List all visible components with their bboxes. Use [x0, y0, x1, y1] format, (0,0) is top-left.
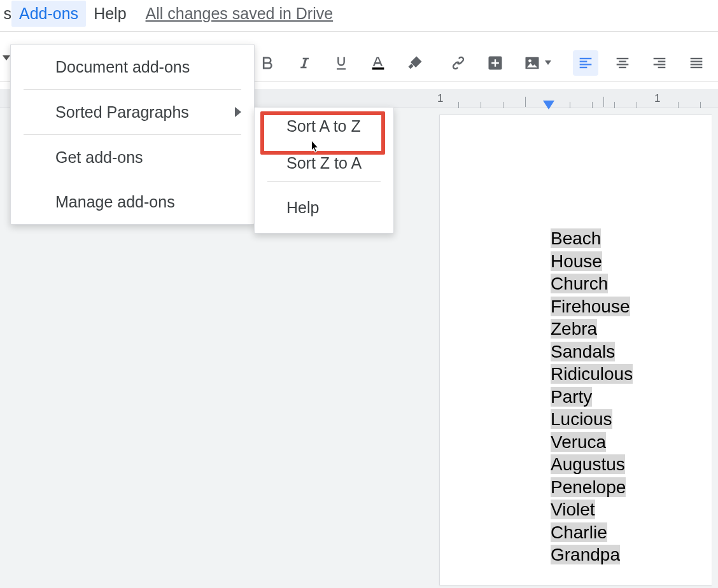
ruler-tick-number: 1: [654, 92, 660, 105]
menu-sorted-paragraphs[interactable]: Sorted Paragraphs: [11, 90, 254, 134]
menu-item-label: Document add-ons: [55, 58, 190, 76]
svg-rect-15: [658, 66, 666, 67]
ruler-tick: [570, 102, 570, 108]
align-center-button[interactable]: [610, 50, 635, 76]
svg-rect-9: [619, 60, 626, 62]
save-status[interactable]: All changes saved in Drive: [146, 4, 334, 23]
ruler-tick: [592, 102, 593, 108]
highlight-button[interactable]: [402, 50, 428, 76]
menu-item-label: Get add-ons: [55, 148, 143, 167]
ruler-tick: [503, 102, 503, 108]
underline-button[interactable]: [328, 50, 354, 76]
selected-word[interactable]: Grandpa: [551, 545, 620, 564]
selected-word[interactable]: Charlie: [551, 522, 607, 542]
menubar: s Add-ons Help All changes saved in Driv…: [0, 0, 718, 27]
menu-get-addons[interactable]: Get add-ons: [11, 135, 254, 179]
selected-word[interactable]: Lucious: [551, 409, 612, 429]
svg-rect-6: [580, 64, 592, 65]
add-comment-button[interactable]: [482, 50, 508, 76]
ruler-tick: [678, 102, 679, 108]
selected-word[interactable]: House: [551, 251, 602, 271]
menubar-divider: [0, 31, 718, 32]
addons-dropdown: Document add-ons Sorted Paragraphs Get a…: [10, 44, 255, 225]
italic-button[interactable]: [292, 50, 317, 76]
sorted-paragraphs-submenu: Sort A to Z Sort Z to A Help: [254, 107, 394, 234]
align-right-button[interactable]: [647, 50, 672, 76]
menu-item-label: Sorted Paragraphs: [55, 103, 189, 122]
svg-rect-10: [617, 64, 629, 65]
selected-word[interactable]: Veruca: [551, 432, 606, 452]
svg-rect-7: [580, 66, 588, 67]
selected-word[interactable]: Beach: [551, 228, 601, 248]
insert-image-button[interactable]: [519, 50, 555, 76]
align-justify-button[interactable]: [684, 50, 709, 76]
text-color-button[interactable]: [365, 50, 391, 76]
ruler-tick: [603, 97, 604, 107]
indent-marker-icon[interactable]: [543, 101, 554, 109]
svg-point-3: [528, 59, 531, 62]
submenu-sort-az[interactable]: Sort A to Z: [255, 108, 393, 144]
menu-item-label: Manage add-ons: [55, 193, 175, 211]
selected-word[interactable]: Zebra: [551, 319, 597, 339]
selected-word[interactable]: Sandals: [551, 342, 615, 361]
align-left-button[interactable]: [573, 50, 598, 76]
ruler-tick: [700, 102, 701, 108]
menu-manage-addons[interactable]: Manage add-ons: [11, 179, 254, 224]
svg-rect-19: [691, 66, 703, 67]
ruler-tick: [458, 102, 459, 108]
ruler-tick: [481, 102, 481, 108]
ruler-tick-number: 1: [437, 92, 443, 105]
ruler-tick: [637, 102, 637, 108]
svg-rect-16: [691, 57, 703, 59]
svg-rect-14: [654, 64, 666, 65]
menu-document-addons[interactable]: Document add-ons: [11, 45, 254, 89]
selected-word[interactable]: Violet: [551, 500, 595, 519]
svg-rect-18: [691, 64, 703, 65]
submenu-help[interactable]: Help: [255, 182, 393, 233]
selected-word[interactable]: Penelope: [551, 477, 626, 497]
ruler-tick: [525, 97, 526, 107]
bold-button[interactable]: [255, 50, 280, 76]
menu-item-label: Sort A to Z: [286, 117, 361, 136]
submenu-sort-za[interactable]: Sort Z to A: [255, 144, 393, 181]
menu-help[interactable]: Help: [86, 1, 134, 27]
svg-rect-17: [691, 60, 703, 62]
svg-rect-0: [372, 67, 384, 70]
selected-word[interactable]: Party: [551, 387, 592, 407]
submenu-arrow-icon: [235, 107, 241, 117]
toolbar-dropdown-caret-icon[interactable]: [3, 55, 10, 60]
selected-word[interactable]: Augustus: [551, 454, 625, 474]
svg-rect-5: [580, 60, 588, 62]
insert-link-button[interactable]: [446, 50, 471, 76]
menu-addons[interactable]: Add-ons: [11, 1, 86, 27]
svg-rect-13: [658, 60, 666, 62]
selected-word[interactable]: Ridiculous: [551, 364, 633, 384]
svg-rect-4: [580, 57, 592, 59]
svg-rect-11: [619, 66, 626, 67]
menubar-cut-char: s: [0, 4, 11, 23]
svg-rect-8: [617, 57, 629, 59]
menu-item-label: Help: [286, 199, 319, 217]
menu-item-label: Sort Z to A: [286, 154, 362, 172]
svg-rect-12: [654, 57, 666, 59]
selected-word[interactable]: Firehouse: [551, 297, 630, 316]
document-text[interactable]: Beach House Church Firehouse Zebra Sanda…: [551, 227, 633, 566]
chevron-down-icon: [545, 60, 551, 65]
ruler-tick: [614, 102, 615, 108]
selected-word[interactable]: Church: [551, 274, 608, 293]
